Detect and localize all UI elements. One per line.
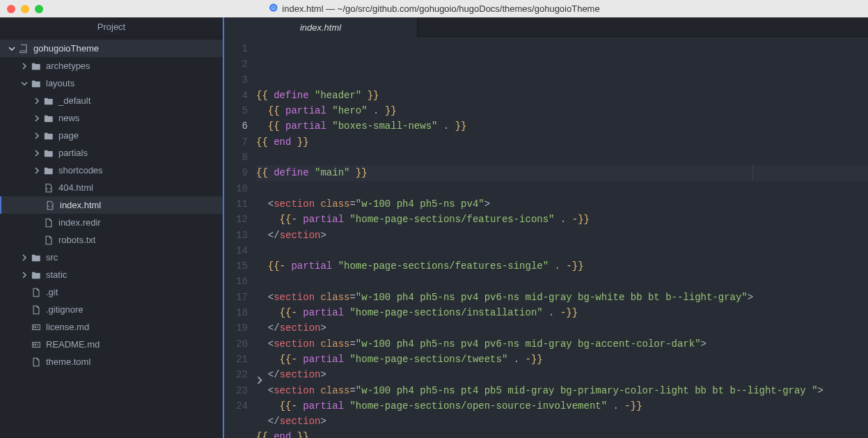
- tree-item-archetypes[interactable]: archetypes: [0, 57, 223, 75]
- window-minimize-button[interactable]: [21, 5, 29, 13]
- folder-icon: [31, 269, 42, 281]
- code-line[interactable]: {{ partial "hero" . }}: [256, 103, 868, 118]
- file-md-icon: [31, 322, 42, 333]
- tree-item-index-html[interactable]: index.html: [0, 196, 223, 214]
- tree-item--default[interactable]: _default: [0, 92, 223, 109]
- project-sidebar: Project gohugoioThemearchetypeslayouts_d…: [0, 17, 224, 438]
- line-number: 5: [224, 103, 248, 118]
- tree-item-shortcodes[interactable]: shortcodes: [0, 162, 223, 179]
- code-line[interactable]: [256, 274, 868, 289]
- chevron-right-icon[interactable]: [32, 131, 42, 141]
- file-icon: [43, 217, 54, 228]
- code-line[interactable]: [256, 243, 868, 258]
- folder-icon: [31, 252, 42, 263]
- tree-item-news[interactable]: news: [0, 109, 223, 127]
- chevron-right-icon[interactable]: [32, 96, 42, 106]
- code-line[interactable]: </section>: [256, 367, 868, 382]
- chevron-right-icon[interactable]: [32, 166, 42, 175]
- tree-item-partials[interactable]: partials: [0, 144, 223, 162]
- code-editor[interactable]: 123456789101112131415161718192021222324 …: [224, 37, 868, 438]
- code-line[interactable]: </section>: [256, 414, 868, 429]
- tree-item-theme-toml[interactable]: theme.toml: [0, 353, 223, 370]
- tab-index-html[interactable]: index.html: [224, 17, 418, 37]
- tree-item-label: robots.txt: [58, 235, 95, 245]
- file-icon: [43, 235, 54, 246]
- chevron-down-icon[interactable]: [7, 44, 17, 54]
- tree-item-label: static: [46, 269, 67, 280]
- line-number: 2: [224, 56, 248, 72]
- code-line[interactable]: {{ define "header" }}: [256, 88, 868, 103]
- line-number: 24: [224, 398, 248, 414]
- line-number: 8: [224, 150, 248, 165]
- code-line[interactable]: <section class="w-100 ph4 ph5-ns pv4 pv6…: [256, 290, 868, 305]
- tree-item--gitignore[interactable]: .gitignore: [0, 301, 223, 318]
- tree-item-label: README.md: [46, 339, 100, 350]
- chevron-spacer: [19, 305, 29, 315]
- tree-item-label: .gitignore: [46, 304, 83, 315]
- code-line[interactable]: {{- partial "home-page-sections/open-sou…: [256, 398, 868, 414]
- code-line[interactable]: </section>: [256, 320, 868, 336]
- tree-item-static[interactable]: static: [0, 266, 223, 283]
- chevron-spacer: [32, 218, 42, 228]
- code-line[interactable]: </section>: [256, 228, 868, 243]
- line-number-gutter: 123456789101112131415161718192021222324: [224, 37, 256, 438]
- tree-item-index-redir[interactable]: index.redir: [0, 214, 223, 231]
- code-line[interactable]: [256, 181, 868, 196]
- file-icon: [31, 357, 42, 368]
- line-number: 16: [224, 274, 248, 289]
- code-line[interactable]: {{ end }}: [256, 134, 868, 150]
- project-panel-header[interactable]: Project: [0, 17, 223, 37]
- tree-item-label: src: [46, 252, 58, 263]
- fold-indicator-icon[interactable]: [256, 374, 265, 384]
- tree-item-label: partials: [58, 148, 88, 158]
- tree-item-label: page: [58, 130, 79, 141]
- tree-item-404-html[interactable]: 404.html: [0, 179, 223, 196]
- tree-item-readme-md[interactable]: README.md: [0, 336, 223, 353]
- code-line[interactable]: <section class="w-100 ph4 ph5-ns pt4 pb5…: [256, 383, 868, 398]
- line-number: 11: [224, 196, 248, 212]
- tree-item-layouts[interactable]: layouts: [0, 75, 223, 92]
- chevron-right-icon[interactable]: [19, 253, 29, 263]
- tree-item-label: shortcodes: [58, 165, 103, 175]
- code-line[interactable]: {{- partial "home-page-sections/features…: [256, 212, 868, 227]
- project-tree[interactable]: gohugoioThemearchetypeslayouts_defaultne…: [0, 37, 223, 438]
- line-number: 18: [224, 305, 248, 320]
- code-line[interactable]: {{- partial "home-page-sections/features…: [256, 258, 868, 274]
- line-number: 22: [224, 367, 248, 382]
- editor-tabs: index.html: [224, 17, 868, 37]
- window-maximize-button[interactable]: [35, 5, 43, 13]
- tree-item-label: license.md: [46, 322, 89, 332]
- chevron-right-icon[interactable]: [32, 148, 42, 158]
- tree-item-label: news: [58, 113, 79, 123]
- line-number: 21: [224, 352, 248, 367]
- code-line[interactable]: {{ end }}: [256, 429, 868, 438]
- tree-item-robots-txt[interactable]: robots.txt: [0, 231, 223, 249]
- chevron-right-icon[interactable]: [19, 61, 29, 71]
- code-line[interactable]: <section class="w-100 ph4 ph5-ns pv4 pv6…: [256, 336, 868, 352]
- tree-item--git[interactable]: .git: [0, 283, 223, 301]
- code-line[interactable]: {{- partial "home-page-sections/tweets" …: [256, 352, 868, 367]
- line-number: 14: [224, 243, 248, 258]
- line-number: 13: [224, 228, 248, 243]
- window-close-button[interactable]: [7, 5, 15, 13]
- chevron-spacer: [33, 201, 43, 210]
- tree-item-root[interactable]: gohugoioTheme: [0, 40, 223, 57]
- file-icon: [31, 287, 42, 298]
- code-line[interactable]: {{ partial "boxes-small-news" . }}: [256, 118, 868, 134]
- tree-item-label: .git: [46, 287, 58, 297]
- tree-item-license-md[interactable]: license.md: [0, 318, 223, 336]
- code-line[interactable]: {{- partial "home-page-sections/installa…: [256, 305, 868, 320]
- code-content[interactable]: {{ define "header" }} {{ partial "hero" …: [256, 37, 868, 438]
- chevron-spacer: [19, 288, 29, 297]
- chevron-right-icon[interactable]: [19, 270, 29, 280]
- code-line[interactable]: {{ define "main" }}: [256, 165, 868, 180]
- line-number: 15: [224, 258, 248, 274]
- code-line[interactable]: <section class="w-100 ph4 ph5-ns pv4">: [256, 196, 868, 212]
- chevron-down-icon[interactable]: [19, 79, 29, 88]
- tree-item-src[interactable]: src: [0, 249, 223, 266]
- chevron-spacer: [19, 322, 29, 332]
- line-number: 1: [224, 41, 248, 56]
- code-line[interactable]: [256, 150, 868, 165]
- tree-item-page[interactable]: page: [0, 127, 223, 144]
- chevron-right-icon[interactable]: [32, 114, 42, 123]
